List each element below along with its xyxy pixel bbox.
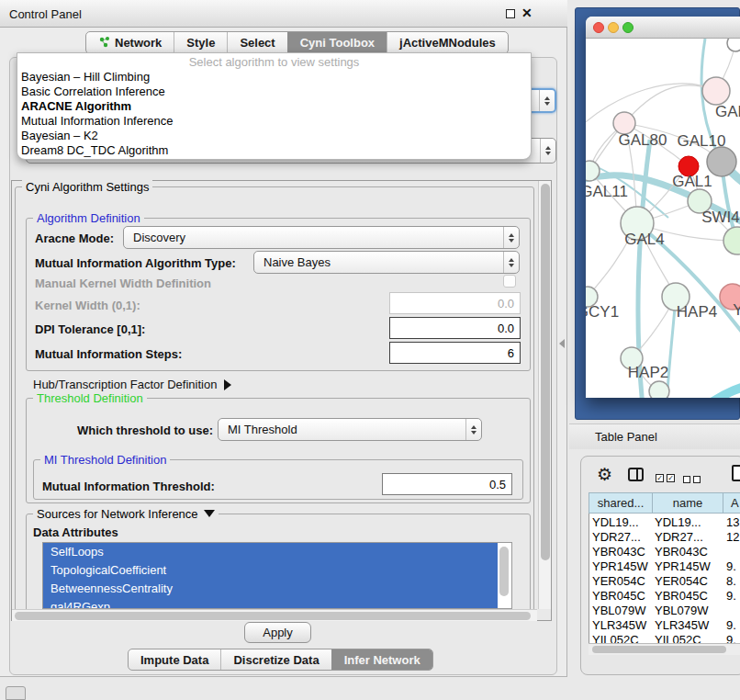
which-threshold-combo[interactable]: MI Threshold: [218, 418, 482, 441]
cell-name: YIL052C: [655, 633, 701, 643]
mi-threshold-label: Mutual Information Threshold:: [42, 480, 215, 493]
kernel-width-field[interactable]: 0.0: [389, 292, 521, 314]
close-traffic-light-icon[interactable]: [593, 22, 604, 33]
manual-kernel-label: Manual Kernel Width Definition: [35, 277, 211, 290]
column-header-shared[interactable]: shared...: [589, 492, 653, 514]
table-row[interactable]: YDL19... YDL19... 13: [589, 515, 740, 530]
sources-title[interactable]: Sources for Network Inference: [33, 507, 219, 521]
dpi-tolerance-label: DPI Tolerance [0,1]:: [35, 322, 145, 336]
manual-kernel-checkbox[interactable]: [503, 275, 516, 288]
cell-value: 12: [726, 530, 739, 545]
table-file-icon[interactable]: [732, 465, 740, 481]
table-row[interactable]: YBR043C YBR043C: [589, 545, 740, 559]
tab-style[interactable]: Style: [174, 32, 227, 53]
dropdown-option[interactable]: Bayesian – K2: [17, 129, 531, 143]
hub-definition-toggle[interactable]: Hub/Transcription Factor Definition: [33, 378, 231, 391]
data-attributes-label: Data Attributes: [33, 525, 118, 539]
node-label-gal80: GAL80: [619, 131, 667, 149]
cell-name: YLR345W: [655, 618, 709, 633]
dpi-tolerance-field[interactable]: 0.0: [389, 317, 521, 339]
node[interactable]: [649, 381, 669, 398]
mi-type-value: Naive Bayes: [263, 255, 331, 269]
table-row[interactable]: YBL079W YBL079W: [589, 604, 740, 618]
cell-name: YER054C: [655, 574, 708, 589]
minimize-traffic-light-icon[interactable]: [608, 22, 619, 33]
dropdown-option[interactable]: Basic Correlation Inference: [17, 85, 531, 99]
checked-box-icon: ✓: [667, 474, 675, 482]
unchecked-box-icon: [693, 476, 701, 483]
table-row[interactable]: YPR145W YPR145W 9.: [589, 559, 740, 574]
select-all-checkboxes-icon[interactable]: ✓✓: [656, 469, 678, 486]
table-row[interactable]: YBR045C YBR045C 9.: [589, 589, 740, 604]
attribute-item[interactable]: SelfLoops: [43, 543, 499, 561]
dropdown-option[interactable]: Mutual Information Inference: [17, 114, 531, 129]
dropdown-option[interactable]: Dream8 DC_TDC Algorithm: [17, 143, 531, 158]
aracne-mode-combo[interactable]: Discovery: [123, 226, 520, 249]
table-row[interactable]: YER054C YER054C 8.: [589, 574, 740, 589]
node[interactable]: [727, 39, 740, 51]
vertical-scrollbar-thumb[interactable]: [541, 184, 550, 560]
tab-style-label: Style: [186, 36, 215, 50]
tab-discretize-data[interactable]: Discretize Data: [220, 649, 331, 670]
dropdown-option-aracne[interactable]: ARACNE Algorithm: [17, 99, 531, 114]
node-gal11[interactable]: [586, 161, 600, 181]
attribute-item[interactable]: TopologicalCoefficient: [43, 561, 499, 580]
threshold-definition-title: Threshold Definition: [33, 391, 147, 405]
node-label-hap4: HAP4: [677, 303, 717, 321]
node-label-swi4: SWI4: [701, 209, 740, 226]
tab-select[interactable]: Select: [227, 32, 286, 53]
which-threshold-value: MI Threshold: [228, 423, 297, 436]
cell-name: YDR27...: [655, 530, 703, 545]
gear-icon[interactable]: ⚙: [597, 464, 612, 485]
cell-name: YBL079W: [655, 604, 709, 618]
node-label-gal4: GAL4: [624, 231, 664, 248]
mi-threshold-field[interactable]: 0.5: [382, 473, 512, 495]
zoom-traffic-light-icon[interactable]: [622, 22, 633, 33]
tab-discretize-data-label: Discretize Data: [233, 653, 319, 667]
mi-threshold-definition-title: MI Threshold Definition: [40, 453, 170, 467]
attributes-scrollbar-thumb[interactable]: [499, 547, 509, 596]
close-icon[interactable]: ✕: [521, 6, 533, 20]
kernel-width-label: Kernel Width (0,1):: [35, 299, 140, 312]
tab-cyni-toolbox[interactable]: Cyni Toolbox: [287, 32, 387, 53]
attribute-item[interactable]: gal4RGexp: [43, 598, 499, 609]
tab-infer-network[interactable]: Infer Network: [331, 649, 432, 670]
horizontal-scrollbar-thumb[interactable]: [15, 612, 531, 620]
dropdown-option[interactable]: Bayesian – Hill Climbing: [17, 70, 531, 85]
expand-right-icon: [224, 379, 231, 390]
table-row[interactable]: YDR27... YDR27... 12: [589, 530, 740, 545]
collapsed-panel-button[interactable]: [6, 686, 26, 700]
node-swi4[interactable]: [723, 227, 740, 254]
tab-network-label: Network: [115, 36, 162, 50]
cell-value: 9.: [726, 559, 736, 574]
apply-button[interactable]: Apply: [244, 622, 311, 643]
panel-splitter-handle[interactable]: [559, 339, 565, 348]
table-row[interactable]: YIL052C YIL052C 9.: [589, 633, 740, 643]
tab-impute-data[interactable]: Impute Data: [129, 649, 220, 670]
cell-shared-name: YLR345W: [592, 618, 646, 633]
cell-name: YPR145W: [655, 559, 711, 574]
float-window-icon[interactable]: [506, 9, 515, 18]
column-layout-icon[interactable]: [628, 468, 644, 481]
mi-steps-field[interactable]: 6: [389, 342, 521, 364]
algorithm-definition-title: Algorithm Definition: [33, 211, 144, 225]
cell-name: YBR045C: [655, 589, 708, 604]
hub-definition-label: Hub/Transcription Factor Definition: [33, 378, 217, 391]
algorithm-dropdown-popup: Select algorithm to view settings Bayesi…: [17, 52, 532, 160]
combo-stepper-icon: [503, 252, 519, 273]
control-panel-tabs: Network Style Select Cyni Toolbox jActiv…: [85, 31, 509, 54]
network-canvas[interactable]: GAL GAL80 GAL10 GAL11 GAL1 SWI4 GAL4 GCY…: [586, 39, 740, 398]
mi-type-label: Mutual Information Algorithm Type:: [35, 256, 236, 270]
deselect-all-checkboxes-icon[interactable]: [683, 470, 703, 487]
cell-shared-name: YBR045C: [592, 589, 645, 604]
tab-network[interactable]: Network: [86, 32, 174, 53]
tab-jactivemnodules[interactable]: jActiveMNodules: [387, 32, 508, 53]
node-gal[interactable]: [702, 77, 730, 105]
table-horizontal-scrollbar-thumb[interactable]: [592, 646, 726, 653]
mi-type-combo[interactable]: Naive Bayes: [253, 251, 520, 274]
column-header-name[interactable]: name: [652, 492, 723, 514]
column-header-extra[interactable]: A: [723, 492, 740, 514]
table-row[interactable]: YLR345W YLR345W 9.: [589, 618, 740, 633]
attribute-item[interactable]: BetweennessCentrality: [43, 580, 499, 598]
node-label-gal1: GAL1: [672, 173, 712, 190]
